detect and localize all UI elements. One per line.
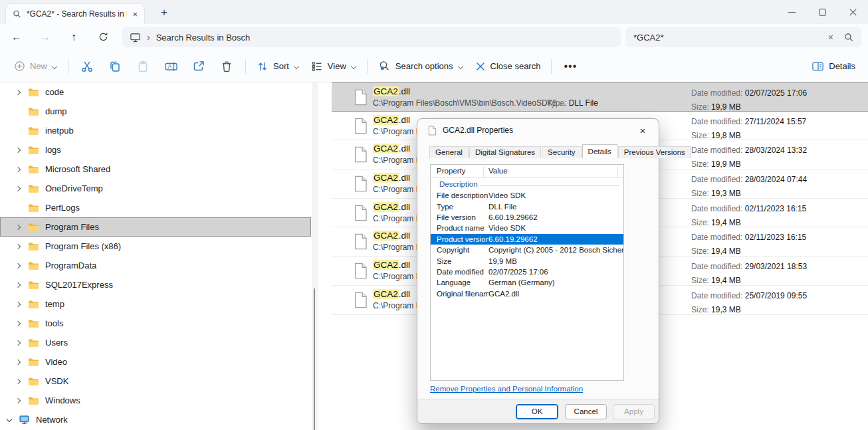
property-value: 6.60.19.29662	[488, 235, 623, 243]
chevron-right-icon[interactable]	[13, 87, 24, 98]
cancel-button[interactable]: Cancel	[565, 404, 607, 419]
delete-button[interactable]	[213, 54, 241, 78]
property-row-size[interactable]: Size19,9 MB	[431, 255, 623, 266]
tab-close-icon[interactable]: ×	[132, 10, 138, 19]
clear-search-icon[interactable]: ×	[828, 32, 844, 43]
up-button[interactable]: ↑	[62, 27, 85, 48]
sidebar-item-sql2017express[interactable]: SQL2017Express	[0, 275, 311, 294]
remove-properties-link[interactable]: Remove Properties and Personal Informati…	[430, 385, 583, 393]
close-search-button[interactable]: Close search	[469, 54, 547, 78]
chevron-placeholder	[13, 126, 24, 136]
new-button[interactable]: New	[8, 54, 63, 78]
chevron-placeholder	[13, 203, 24, 213]
chevron-right-icon[interactable]	[13, 338, 24, 348]
search-box[interactable]: *GCA2* ×	[625, 27, 861, 47]
sidebar-item-code[interactable]: code	[0, 82, 311, 102]
chevron-right-icon[interactable]	[13, 241, 24, 252]
property-row-language[interactable]: LanguageGerman (Germany)	[431, 277, 623, 288]
cut-button[interactable]	[73, 54, 101, 78]
sidebar-item-onedrivetemp[interactable]: OneDriveTemp	[0, 179, 311, 198]
property-value: Video SDK	[488, 191, 623, 199]
view-button[interactable]: View	[305, 54, 362, 78]
chevron-down-icon[interactable]	[4, 415, 15, 425]
rename-button[interactable]: A	[157, 54, 185, 78]
sidebar-item-video[interactable]: Video	[0, 352, 311, 372]
copy-button[interactable]	[101, 54, 129, 78]
column-divider[interactable]	[617, 166, 618, 177]
sidebar-item-microsoft-shared[interactable]: Microsoft Shared	[0, 160, 311, 179]
search-icon[interactable]	[844, 33, 853, 42]
sidebar-item-programdata[interactable]: ProgramData	[0, 256, 311, 275]
sidebar-item-vsdk[interactable]: VSDK	[0, 372, 311, 391]
property-row-date-modified[interactable]: Date modified02/07/2025 17:06	[431, 267, 623, 277]
chevron-right-icon[interactable]	[13, 183, 24, 194]
forward-button[interactable]: →	[34, 27, 56, 48]
address-box[interactable]: › Search Results in Bosch	[122, 27, 621, 47]
sidebar-item-users[interactable]: Users	[0, 333, 311, 352]
new-tab-button[interactable]: +	[156, 5, 173, 21]
toolbar-separator	[367, 59, 368, 74]
file-name: GCA2.dll	[373, 260, 410, 270]
chevron-right-icon[interactable]	[13, 261, 24, 271]
sidebar-item-network[interactable]: Network	[0, 410, 311, 429]
sidebar-scrollbar[interactable]	[312, 82, 318, 430]
breadcrumb[interactable]: Search Results in Bosch	[156, 33, 251, 43]
dialog-tab-security[interactable]: Security	[542, 146, 582, 158]
dialog-close-icon[interactable]: ×	[635, 124, 650, 138]
refresh-button[interactable]	[92, 27, 114, 48]
apply-button[interactable]: Apply	[613, 404, 655, 419]
chevron-right-icon[interactable]	[13, 357, 24, 368]
chevron-right-icon[interactable]	[13, 395, 24, 406]
cut-icon	[80, 60, 94, 73]
details-pane-button[interactable]: Details	[806, 54, 861, 78]
chevron-right-icon[interactable]	[13, 318, 24, 329]
share-button[interactable]	[185, 54, 213, 78]
chevron-right-icon[interactable]	[13, 222, 24, 233]
paste-button[interactable]	[129, 54, 157, 78]
explorer-tab[interactable]: *GCA2* - Search Results in Bo ×	[5, 3, 145, 24]
search-tab-icon	[13, 9, 21, 19]
sidebar-item-perflogs[interactable]: PerfLogs	[0, 198, 311, 217]
sidebar-item-windows[interactable]: Windows	[0, 391, 311, 410]
sidebar-item-logs[interactable]: logs	[0, 140, 311, 160]
sidebar-item-program-files[interactable]: Program Files	[0, 217, 311, 237]
sort-button[interactable]: Sort	[251, 54, 305, 78]
chevron-right-icon[interactable]	[13, 164, 24, 175]
search-options-button[interactable]: Search options	[372, 54, 469, 78]
property-name: Product version	[431, 235, 488, 243]
back-button[interactable]: ←	[5, 27, 28, 48]
property-row-copyright[interactable]: CopyrightCopyright (C) 2005 - 2012 Bosch…	[431, 245, 623, 255]
sidebar-item-temp[interactable]: temp	[0, 294, 311, 314]
property-row-original-filename[interactable]: Original filenameGCA2.dll	[431, 288, 623, 299]
file-row[interactable]: GCA2.dllC:\Program Files\Bosch\VMS\bin\B…	[332, 82, 868, 112]
sidebar-item-label: Windows	[45, 395, 80, 405]
maximize-button[interactable]	[807, 0, 837, 24]
property-row-product-version[interactable]: Product version6.60.19.29662	[431, 234, 623, 245]
chevron-right-icon[interactable]	[13, 376, 24, 387]
dialog-tab-general[interactable]: General	[429, 146, 469, 158]
dialog-tab-details[interactable]: Details	[582, 144, 617, 158]
sidebar-item-program-files-x86-[interactable]: Program Files (x86)	[0, 237, 311, 256]
ok-button[interactable]: OK	[516, 404, 558, 419]
sidebar-item-tools[interactable]: tools	[0, 314, 311, 333]
minimize-button[interactable]	[776, 0, 807, 24]
scrollbar-thumb[interactable]	[314, 288, 315, 430]
close-button[interactable]	[837, 0, 868, 24]
search-input-value[interactable]: *GCA2*	[633, 33, 664, 43]
chevron-right-icon[interactable]	[13, 145, 24, 156]
property-row-file-version[interactable]: File version6.60.19.29662	[431, 212, 623, 223]
folder-icon	[28, 165, 39, 174]
table-header: Property Value	[431, 165, 623, 178]
property-row-product-name[interactable]: Product nameVideo SDK	[431, 223, 623, 233]
dialog-tab-previous-versions[interactable]: Previous Versions	[618, 146, 691, 158]
chevron-right-icon[interactable]	[13, 280, 24, 290]
sidebar-item-inetpub[interactable]: inetpub	[0, 121, 311, 140]
column-divider[interactable]	[483, 166, 484, 177]
property-row-file-description[interactable]: File descriptionVideo SDK	[431, 190, 623, 201]
property-row-type[interactable]: TypeDLL File	[431, 201, 623, 211]
more-options-button[interactable]: •••	[556, 54, 584, 78]
chevron-right-icon[interactable]	[13, 299, 24, 310]
file-icon	[354, 146, 368, 165]
dialog-tab-digital-signatures[interactable]: Digital Signatures	[469, 146, 541, 158]
sidebar-item-dump[interactable]: dump	[0, 102, 311, 121]
